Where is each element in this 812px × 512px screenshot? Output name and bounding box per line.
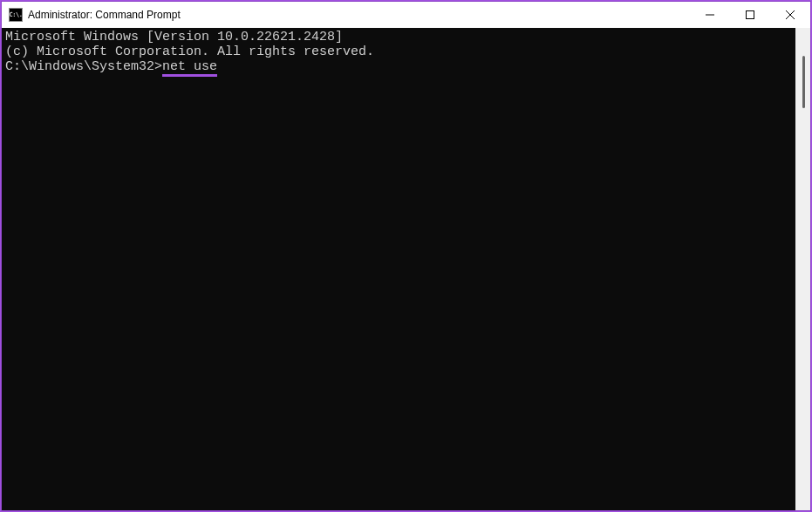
prompt-line: C:\Windows\System32>net use — [5, 59, 792, 77]
app-icon: C:\. — [9, 8, 23, 22]
window-controls — [690, 2, 810, 28]
scrollbar-thumb[interactable] — [802, 56, 805, 108]
close-button[interactable] — [770, 2, 810, 28]
window-title: Administrator: Command Prompt — [28, 9, 690, 21]
svg-rect-1 — [747, 11, 754, 19]
copyright-line: (c) Microsoft Corporation. All rights re… — [5, 44, 792, 59]
maximize-icon — [746, 10, 754, 19]
maximize-button[interactable] — [730, 2, 770, 28]
close-icon — [786, 10, 795, 19]
terminal-area: Microsoft Windows [Version 10.0.22621.24… — [2, 28, 810, 510]
scrollbar[interactable] — [795, 28, 810, 510]
prompt-path: C:\Windows\System32> — [5, 59, 162, 74]
titlebar[interactable]: C:\. Administrator: Command Prompt — [2, 2, 810, 28]
version-line: Microsoft Windows [Version 10.0.22621.24… — [5, 30, 792, 44]
minimize-icon — [706, 10, 714, 19]
command-prompt-window: C:\. Administrator: Command Prompt Micro… — [2, 2, 810, 510]
terminal-output[interactable]: Microsoft Windows [Version 10.0.22621.24… — [2, 28, 795, 510]
minimize-button[interactable] — [690, 2, 730, 28]
typed-command: net use — [162, 59, 217, 77]
